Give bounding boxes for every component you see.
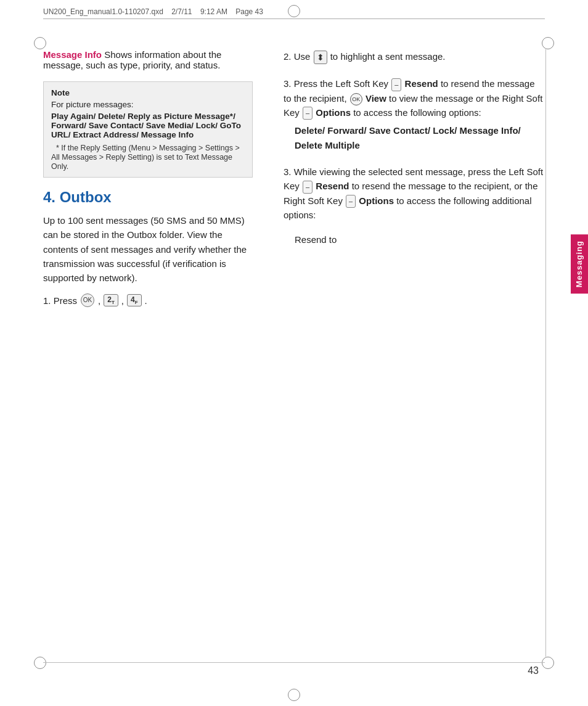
page-header: UN200_Eng_manual1.0-110207.qxd 2/7/11 9:…: [43, 7, 545, 19]
step2-number: 2.: [284, 51, 292, 62]
resend-to-label: Resend to: [295, 234, 337, 245]
message-info-block: Message Info Shows information about the…: [43, 49, 253, 70]
right-soft-key-icon-1: –: [303, 107, 312, 120]
step1-comma1: ,: [98, 295, 100, 306]
sidebar-messaging-label: Messaging: [571, 234, 588, 293]
horizontal-divider-bottom: [43, 662, 545, 663]
note-regular-text: For picture messages:: [51, 100, 245, 109]
left-soft-key-icon-2: –: [303, 181, 312, 194]
button-2-icon: 2T: [104, 294, 118, 306]
page-footer-number: 43: [528, 665, 539, 676]
step3a-number: 3.: [284, 78, 292, 89]
step3b-options-label: Options: [359, 195, 396, 206]
step3a-resend-label: Resend: [405, 78, 441, 89]
options-list-a: Delete/ Forward/ Save Contact/ Lock/ Mes…: [295, 123, 545, 152]
reg-mark-tr: [542, 37, 554, 49]
step1-text: 1. Press: [43, 295, 77, 306]
ok-key-icon: OK: [350, 93, 362, 105]
nav-up-down-icon: ⬍: [314, 51, 327, 64]
step3b-number: 3.: [284, 166, 292, 177]
step3a-text1: Press the Left Soft Key: [294, 78, 391, 89]
header-filename: UN200_Eng_manual1.0-110207.qxd 2/7/11 9:…: [43, 7, 263, 16]
message-info-title: Message Info: [43, 49, 102, 60]
note-asterisk-text: * If the Reply Setting (Menu > Messaging…: [51, 144, 240, 171]
section-body: Up to 100 sent messages (50 SMS and 50 M…: [43, 213, 253, 285]
step3b-item: 3. While viewing the selected sent messa…: [284, 165, 545, 223]
step3a-options-label: Options: [316, 107, 353, 118]
reg-mark-br: [542, 657, 554, 669]
step3a-item: 3. Press the Left Soft Key – Resend to r…: [284, 76, 545, 152]
left-column: Message Info Shows information about the…: [43, 49, 271, 657]
reg-mark-center-bottom: [288, 689, 300, 701]
step2-item: 2. Use ⬍ to highlight a sent message.: [284, 49, 545, 64]
step3a-text4: to access the following options:: [353, 107, 481, 118]
step3a-view-label: View: [365, 93, 389, 104]
note-bold-text: Play Again/ Delete/ Reply as Picture Mes…: [51, 112, 245, 139]
step1-comma2: ,: [121, 295, 124, 306]
button-4-icon: 4F: [127, 294, 142, 306]
right-column: 2. Use ⬍ to highlight a sent message. 3.…: [271, 49, 545, 657]
note-box: Note For picture messages: Play Again/ D…: [43, 81, 253, 178]
header-page: Page 43: [235, 7, 263, 16]
resend-to-area: Resend to: [295, 234, 545, 245]
note-title: Note: [51, 88, 245, 97]
header-time: 9:12 AM: [200, 7, 227, 16]
header-filename-text: UN200_Eng_manual1.0-110207.qxd: [43, 7, 163, 16]
ok-button-icon: OK: [81, 293, 94, 307]
reg-mark-bl: [34, 657, 46, 669]
step3b-resend-label: Resend: [316, 181, 351, 191]
step1-period: .: [145, 295, 147, 306]
content-area: Message Info Shows information about the…: [43, 49, 545, 657]
reg-mark-tl: [34, 37, 46, 49]
step1-press-line: 1. Press OK , 2T , 4F .: [43, 293, 253, 307]
step2-rest-text: to highlight a sent message.: [330, 51, 446, 62]
right-soft-key-icon-2: –: [346, 195, 356, 208]
left-soft-key-icon-1: –: [391, 78, 401, 91]
header-date: 2/7/11: [171, 7, 192, 16]
section-title: 4. Outbox: [43, 189, 253, 206]
vertical-divider: [545, 49, 546, 657]
step2-use-text: Use: [294, 51, 313, 62]
